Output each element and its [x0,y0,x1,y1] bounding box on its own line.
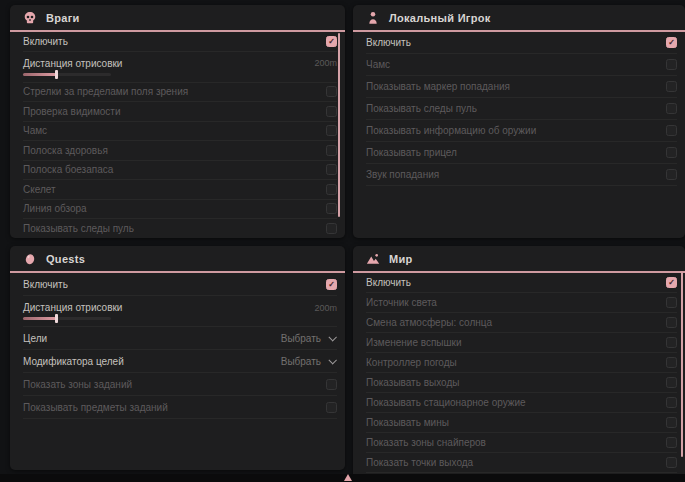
setting-row-toggle[interactable]: Звук попадания [366,164,677,186]
settings-list: Включить✓Источник светаСмена атмосферы: … [353,273,685,473]
checkbox[interactable] [666,59,677,70]
setting-row-toggle[interactable]: Включить✓ [23,32,337,52]
checkbox[interactable] [666,147,677,158]
setting-row-toggle[interactable]: Показывать мины [366,413,677,433]
dropdown[interactable]: Выбрать [281,333,337,344]
scrollbar[interactable] [681,272,684,457]
dropdown[interactable]: Выбрать [281,356,337,367]
setting-row-toggle[interactable]: Показывать следы пуль [23,219,337,238]
checkbox[interactable] [666,81,677,92]
setting-row-toggle[interactable]: Показывать выходы [366,373,677,393]
setting-label: Показывать предметы заданий [23,402,168,413]
setting-label: Линия обзора [23,203,87,214]
checkbox[interactable] [666,357,677,368]
setting-row-toggle[interactable]: Скелет [23,180,337,200]
slider-handle[interactable] [55,70,58,79]
checkbox[interactable]: ✓ [326,279,337,290]
checkbox[interactable] [326,223,337,234]
checkbox[interactable] [326,379,337,390]
checkbox[interactable] [666,297,677,308]
setting-row-toggle[interactable]: Полоска здоровья [23,141,337,161]
person-icon [366,11,380,25]
setting-label: Цели [23,333,47,344]
slider[interactable] [23,73,111,76]
setting-row-toggle[interactable]: Изменение вспышки [366,333,677,353]
panel-title: Враги [46,12,80,24]
checkbox[interactable] [326,145,337,156]
setting-row-toggle[interactable]: Показывать маркер попадания [366,76,677,98]
setting-row-toggle[interactable]: Чамс [23,122,337,142]
setting-label: Показывать выходы [366,377,459,388]
setting-label: Показывать мины [366,417,449,428]
setting-row-slider[interactable]: Дистанция отрисовки200m [23,52,337,83]
checkbox[interactable] [666,317,677,328]
setting-row-toggle[interactable]: Полоска боезапаса [23,161,337,181]
setting-row-toggle[interactable]: Контроллер погоды [366,353,677,373]
setting-row-toggle[interactable]: Показывать следы пуль [366,98,677,120]
setting-row-toggle[interactable]: Включить✓ [366,32,677,54]
setting-label: Дистанция отрисовки [23,302,122,313]
slider[interactable] [23,317,111,320]
checkbox[interactable] [326,184,337,195]
setting-label: Показать зоны снайперов [366,437,486,448]
slider-fill [23,317,56,320]
setting-label: Включить [366,37,411,48]
checkbox[interactable] [666,397,677,408]
checkbox[interactable]: ✓ [666,277,677,288]
setting-row-dropdown[interactable]: ЦелиВыбрать [23,327,337,350]
setting-row-toggle[interactable]: Чамс [366,54,677,76]
setting-row-toggle[interactable]: Включить✓ [366,273,677,293]
setting-row-toggle[interactable]: Показать зоны заданий [23,373,337,396]
setting-label: Включить [23,279,68,290]
setting-label: Чамс [23,125,47,136]
checkbox[interactable]: ✓ [326,36,337,47]
setting-row-toggle[interactable]: Показать точки выхода [366,453,677,473]
setting-row-toggle[interactable]: Показать зоны снайперов [366,433,677,453]
panel-local-player: Локальный Игрок Включить✓ЧамсПоказывать … [353,5,685,238]
setting-row-dropdown[interactable]: Модификатора целейВыбрать [23,350,337,373]
checkbox[interactable] [326,164,337,175]
dropdown-value: Выбрать [281,333,321,344]
setting-label: Показывать следы пуль [23,223,134,234]
checkbox[interactable] [666,377,677,388]
slider-value: 200m [314,303,337,313]
setting-row-toggle[interactable]: Показывать прицел [366,142,677,164]
setting-row-toggle[interactable]: Линия обзора [23,200,337,220]
checkbox[interactable]: ✓ [666,37,677,48]
scrollbar[interactable] [338,33,341,217]
checkbox[interactable] [666,457,677,468]
setting-row-toggle[interactable]: Стрелки за пределами поля зрения [23,83,337,103]
setting-label: Смена атмосферы: солнца [366,317,492,328]
setting-row-toggle[interactable]: Показывать предметы заданий [23,396,337,419]
setting-label: Показывать прицел [366,147,457,158]
checkbox[interactable] [666,337,677,348]
setting-row-toggle[interactable]: Включить✓ [23,273,337,296]
checkbox[interactable] [326,125,337,136]
panel-quests: Quests Включить✓Дистанция отрисовки200mЦ… [10,246,345,470]
setting-row-toggle[interactable]: Показывать информацию об оружии [366,120,677,142]
checkbox[interactable] [666,437,677,448]
checkbox[interactable] [326,402,337,413]
setting-row-toggle[interactable]: Смена атмосферы: солнца [366,313,677,333]
checkbox[interactable] [326,86,337,97]
checkbox[interactable] [666,103,677,114]
setting-row-toggle[interactable]: Проверка видимости [23,102,337,122]
setting-label: Включить [23,36,68,47]
setting-row-toggle[interactable]: Источник света [366,293,677,313]
setting-label: Показать точки выхода [366,457,473,468]
setting-row-toggle[interactable]: Показывать стационарное оружие [366,393,677,413]
setting-row-slider[interactable]: Дистанция отрисовки200m [23,296,337,327]
settings-list: Включить✓Дистанция отрисовки200mЦелиВыбр… [10,273,345,419]
checkbox[interactable] [666,169,677,180]
setting-label: Полоска боезапаса [23,164,113,175]
checkbox[interactable] [666,417,677,428]
checkbox[interactable] [326,106,337,117]
checkbox[interactable] [666,125,677,136]
skull-icon [23,11,37,25]
setting-label: Скелет [23,184,56,195]
mountain-icon [366,252,380,266]
slider-handle[interactable] [55,314,58,323]
setting-label: Чамс [366,59,390,70]
checkbox[interactable] [326,203,337,214]
quest-icon [23,252,37,266]
